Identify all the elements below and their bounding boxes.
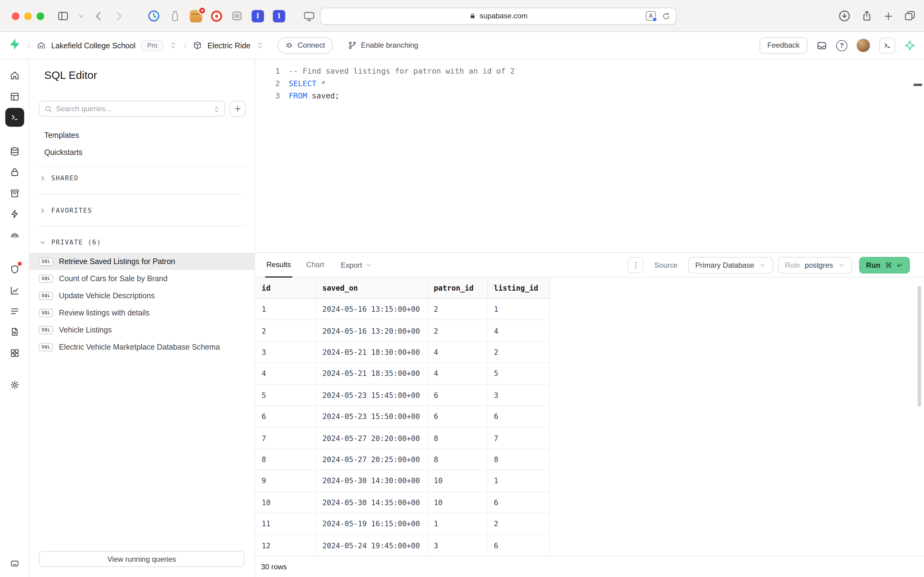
table-cell[interactable]: 5 xyxy=(488,363,550,384)
sidebar-item-storage[interactable] xyxy=(5,184,24,203)
table-cell[interactable]: 2 xyxy=(428,299,488,320)
table-row[interactable]: 52024-05-23 15:45:00+0063 xyxy=(256,385,550,406)
sidebar-item-edge-functions[interactable] xyxy=(5,205,24,223)
assistant-icon[interactable] xyxy=(904,39,916,52)
sidebar-item-integrations[interactable] xyxy=(5,343,24,363)
share-button[interactable] xyxy=(861,10,873,22)
role-selector[interactable]: Role postgres xyxy=(778,257,852,273)
back-button[interactable] xyxy=(93,10,105,22)
package-extension-icon[interactable]: ♥ xyxy=(190,10,202,22)
table-row[interactable]: 72024-05-27 20:20:00+0087 xyxy=(256,427,550,449)
table-cell[interactable]: 2024-05-16 13:15:00+00 xyxy=(317,299,428,320)
query-list-item[interactable]: SQLCount of Cars for Sale by Brand xyxy=(29,270,254,287)
view-running-queries-button[interactable]: View running queries xyxy=(39,551,245,567)
table-cell[interactable]: 8 xyxy=(256,449,317,470)
tab-chart[interactable]: Chart xyxy=(305,253,325,277)
supabase-logo[interactable] xyxy=(8,38,21,53)
table-row[interactable]: 122024-05-24 19:45:00+0036 xyxy=(256,535,550,556)
i-extension-icon-2[interactable]: I xyxy=(273,10,285,22)
table-row[interactable]: 22024-05-16 13:20:00+0024 xyxy=(256,320,550,342)
table-cell[interactable]: 2024-05-24 19:45:00+00 xyxy=(317,535,428,556)
table-cell[interactable]: 4 xyxy=(428,342,488,363)
table-cell[interactable]: 2 xyxy=(256,320,317,341)
table-cell[interactable]: 9 xyxy=(256,471,317,491)
code-line[interactable]: SELECT * xyxy=(289,77,912,90)
bottle-extension-icon[interactable] xyxy=(169,10,181,22)
table-cell[interactable]: 1 xyxy=(256,299,317,320)
table-cell[interactable]: 2 xyxy=(488,513,550,534)
query-list-item[interactable]: SQLElectric Vehicle Marketplace Database… xyxy=(29,338,254,355)
table-row[interactable]: 102024-05-30 14:35:00+00106 xyxy=(256,492,550,513)
query-list-item[interactable]: SQLVehicle Listings xyxy=(29,321,254,338)
i-extension-icon-1[interactable]: I xyxy=(251,10,264,22)
table-cell[interactable]: 11 xyxy=(256,513,317,534)
keyboard-shortcuts-icon[interactable] xyxy=(5,554,24,573)
table-cell[interactable]: 2 xyxy=(428,320,488,341)
search-box[interactable] xyxy=(39,101,225,117)
table-cell[interactable]: 6 xyxy=(488,535,550,556)
table-row[interactable]: 92024-05-30 14:30:00+00101 xyxy=(256,471,550,492)
column-header[interactable]: patron_id xyxy=(428,277,488,298)
code-line[interactable]: FROM saved; xyxy=(289,90,912,102)
table-cell[interactable]: 2024-05-30 14:30:00+00 xyxy=(317,471,428,491)
sidebar-item-realtime[interactable] xyxy=(5,226,24,245)
table-cell[interactable]: 7 xyxy=(488,427,550,448)
table-cell[interactable]: 10 xyxy=(428,492,488,513)
table-cell[interactable]: 2024-05-27 20:25:00+00 xyxy=(317,449,428,470)
org-switcher-icon[interactable] xyxy=(169,41,177,50)
query-list-item[interactable]: SQLRetrieve Saved Listings for Patron xyxy=(29,253,254,270)
table-cell[interactable]: 2024-05-21 18:35:00+00 xyxy=(317,363,428,384)
table-cell[interactable]: 7 xyxy=(256,427,317,448)
table-cell[interactable]: 3 xyxy=(428,535,488,556)
zoom-button[interactable] xyxy=(37,12,44,20)
results-scrollbar-thumb[interactable] xyxy=(918,286,921,406)
close-button[interactable] xyxy=(12,12,19,20)
sidebar-item-sql-editor[interactable] xyxy=(5,108,24,127)
sidebar-item-database[interactable] xyxy=(5,142,24,161)
quickstarts-link[interactable]: Quickstarts xyxy=(44,148,82,159)
code-line[interactable]: -- Find saved listings for patron with a… xyxy=(289,65,912,77)
section-favorites[interactable]: FAVORITES xyxy=(39,204,92,217)
section-private[interactable]: PRIVATE (6) xyxy=(39,235,101,248)
table-cell[interactable]: 10 xyxy=(256,492,317,513)
sidebar-item-advisors[interactable] xyxy=(5,260,24,279)
toolbar-chevron-icon[interactable] xyxy=(78,13,84,19)
avatar[interactable] xyxy=(856,38,870,52)
sql-code-editor[interactable]: 123 -- Find saved listings for patron wi… xyxy=(256,60,924,253)
query-list-item[interactable]: SQLReview listings with details xyxy=(29,304,254,321)
column-header[interactable]: listing_id xyxy=(488,277,550,298)
address-bar[interactable]: supabase.com A xyxy=(320,7,676,24)
table-row[interactable]: 112024-05-19 16:15:00+0012 xyxy=(256,513,550,535)
table-cell[interactable]: 1 xyxy=(488,299,550,320)
table-row[interactable]: 12024-05-16 13:15:00+0021 xyxy=(256,299,550,320)
table-row[interactable]: 82024-05-27 20:25:00+0088 xyxy=(256,449,550,471)
table-cell[interactable]: 1 xyxy=(488,471,550,491)
sidebar-item-table-editor[interactable] xyxy=(5,87,24,106)
tab-overview-button[interactable] xyxy=(904,10,916,22)
table-cell[interactable]: 2024-05-21 18:30:00+00 xyxy=(317,342,428,363)
enable-branching-button[interactable]: Enable branching xyxy=(348,41,418,50)
column-header[interactable]: saved_on xyxy=(317,277,428,298)
new-query-button[interactable] xyxy=(230,101,246,117)
search-input[interactable] xyxy=(56,105,208,113)
new-tab-button[interactable] xyxy=(883,10,894,22)
forward-button[interactable] xyxy=(113,10,124,22)
table-cell[interactable]: 1 xyxy=(428,513,488,534)
table-cell[interactable]: 2024-05-23 15:50:00+00 xyxy=(317,406,428,427)
section-shared[interactable]: SHARED xyxy=(39,171,79,184)
run-button[interactable]: Run ⌘ ↵ xyxy=(859,257,910,273)
downloads-button[interactable] xyxy=(838,10,851,22)
sidebar-item-settings[interactable] xyxy=(5,375,24,394)
table-cell[interactable]: 3 xyxy=(256,342,317,363)
speaker-extension-icon[interactable] xyxy=(231,10,243,22)
feedback-button[interactable]: Feedback xyxy=(760,37,807,53)
help-icon[interactable]: ? xyxy=(836,40,848,51)
sidebar-item-logs[interactable] xyxy=(5,301,24,321)
table-cell[interactable]: 2024-05-16 13:20:00+00 xyxy=(317,320,428,341)
table-cell[interactable]: 5 xyxy=(256,385,317,406)
table-cell[interactable]: 6 xyxy=(428,385,488,406)
sidebar-item-auth[interactable] xyxy=(5,163,24,182)
display-icon[interactable] xyxy=(303,10,315,22)
table-row[interactable]: 42024-05-21 18:35:00+0045 xyxy=(256,363,550,384)
table-cell[interactable]: 6 xyxy=(428,406,488,427)
